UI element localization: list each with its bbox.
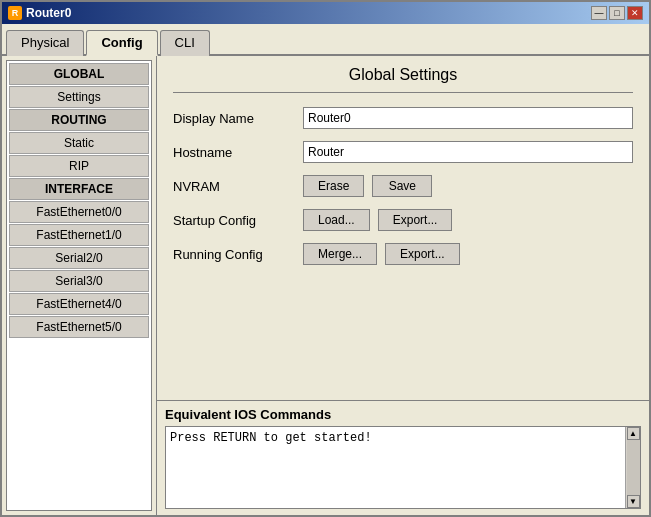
window-title: Router0: [26, 6, 71, 20]
sidebar-item-routing[interactable]: ROUTING: [9, 109, 149, 131]
sidebar-scroll: GLOBAL Settings ROUTING Static RIP INTER…: [6, 60, 152, 511]
save-button[interactable]: Save: [372, 175, 432, 197]
display-name-input[interactable]: [303, 107, 633, 129]
sidebar-item-serial3[interactable]: Serial3/0: [9, 270, 149, 292]
sidebar-item-fastethernet4[interactable]: FastEthernet4/0: [9, 293, 149, 315]
scroll-up-arrow[interactable]: ▲: [627, 427, 640, 440]
display-name-row: Display Name: [173, 107, 633, 129]
ios-commands-text: Press RETURN to get started!: [166, 427, 640, 508]
startup-config-label: Startup Config: [173, 213, 303, 228]
sidebar-item-fastethernet5[interactable]: FastEthernet5/0: [9, 316, 149, 338]
sidebar-item-settings[interactable]: Settings: [9, 86, 149, 108]
close-button[interactable]: ✕: [627, 6, 643, 20]
erase-button[interactable]: Erase: [303, 175, 364, 197]
sidebar-item-fastethernet1[interactable]: FastEthernet1/0: [9, 224, 149, 246]
tab-bar: Physical Config CLI: [2, 24, 649, 56]
tab-cli[interactable]: CLI: [160, 30, 210, 56]
merge-button[interactable]: Merge...: [303, 243, 377, 265]
scroll-thumb[interactable]: [627, 440, 640, 495]
tab-config[interactable]: Config: [86, 30, 157, 56]
nvram-buttons: Erase Save: [303, 175, 432, 197]
sidebar: GLOBAL Settings ROUTING Static RIP INTER…: [2, 56, 157, 515]
content-area: Global Settings Display Name Hostname NV…: [157, 56, 649, 400]
sidebar-item-global[interactable]: GLOBAL: [9, 63, 149, 85]
running-config-label: Running Config: [173, 247, 303, 262]
startup-config-row: Startup Config Load... Export...: [173, 209, 633, 231]
maximize-button[interactable]: □: [609, 6, 625, 20]
scroll-down-arrow[interactable]: ▼: [627, 495, 640, 508]
display-name-label: Display Name: [173, 111, 303, 126]
running-config-row: Running Config Merge... Export...: [173, 243, 633, 265]
scrollbar-track: ▲ ▼: [625, 427, 640, 508]
ios-commands-wrapper: Press RETURN to get started! ▲ ▼: [165, 426, 641, 509]
section-title: Global Settings: [173, 66, 633, 84]
sidebar-item-interface[interactable]: INTERFACE: [9, 178, 149, 200]
sidebar-item-rip[interactable]: RIP: [9, 155, 149, 177]
load-button[interactable]: Load...: [303, 209, 370, 231]
minimize-button[interactable]: —: [591, 6, 607, 20]
separator: [173, 92, 633, 93]
startup-config-buttons: Load... Export...: [303, 209, 452, 231]
sidebar-item-static[interactable]: Static: [9, 132, 149, 154]
tab-physical[interactable]: Physical: [6, 30, 84, 56]
sidebar-item-serial2[interactable]: Serial2/0: [9, 247, 149, 269]
title-bar-left: R Router0: [8, 6, 71, 20]
main-content: GLOBAL Settings ROUTING Static RIP INTER…: [2, 56, 649, 515]
running-config-buttons: Merge... Export...: [303, 243, 460, 265]
lower-pane: Equivalent IOS Commands Press RETURN to …: [157, 400, 649, 515]
main-window: R Router0 — □ ✕ Physical Config CLI GLOB…: [0, 0, 651, 517]
hostname-label: Hostname: [173, 145, 303, 160]
nvram-row: NVRAM Erase Save: [173, 175, 633, 197]
startup-export-button[interactable]: Export...: [378, 209, 453, 231]
running-export-button[interactable]: Export...: [385, 243, 460, 265]
title-controls: — □ ✕: [591, 6, 643, 20]
sidebar-item-fastethernet0[interactable]: FastEthernet0/0: [9, 201, 149, 223]
nvram-label: NVRAM: [173, 179, 303, 194]
hostname-input[interactable]: [303, 141, 633, 163]
hostname-row: Hostname: [173, 141, 633, 163]
title-bar: R Router0 — □ ✕: [2, 2, 649, 24]
app-icon: R: [8, 6, 22, 20]
ios-commands-label: Equivalent IOS Commands: [165, 407, 641, 422]
